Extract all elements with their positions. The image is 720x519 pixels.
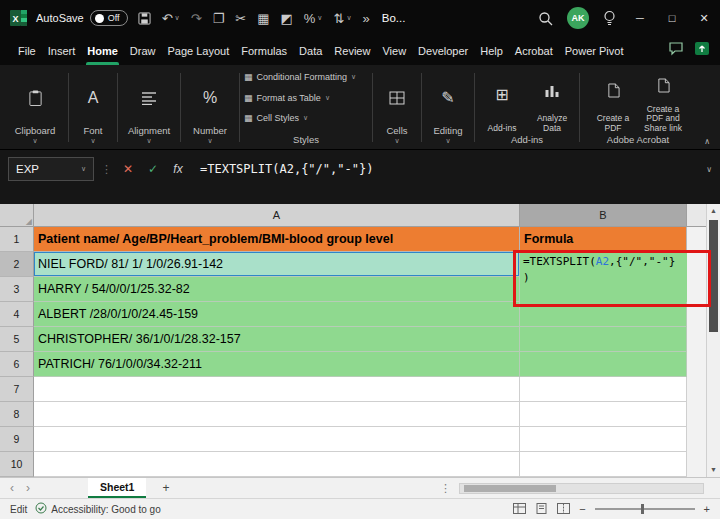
redo-button[interactable]: ↷ xyxy=(191,12,202,25)
cell-b4[interactable] xyxy=(520,302,687,327)
cut-button[interactable]: ✂ xyxy=(235,12,246,25)
cell-a4[interactable]: ALBERT /28/0/1/0/24.45-159 xyxy=(34,302,520,327)
row-header-1[interactable]: 1 xyxy=(0,227,34,252)
undo-caret-icon[interactable]: ∨ xyxy=(175,14,180,22)
cell-a8[interactable] xyxy=(34,402,520,427)
scroll-up-icon[interactable]: ▲ xyxy=(707,204,720,218)
fill-color-button[interactable]: ◩ xyxy=(281,12,293,25)
percent-caret-icon[interactable]: ∨ xyxy=(317,14,322,22)
sheet-tab-sheet1[interactable]: Sheet1 xyxy=(88,478,146,498)
name-box[interactable]: EXP ∨ xyxy=(8,157,94,181)
zoom-in-button[interactable]: + xyxy=(704,503,710,515)
cell-a9[interactable] xyxy=(34,427,520,452)
row-header-9[interactable]: 9 xyxy=(0,427,34,452)
vertical-scroll-thumb[interactable] xyxy=(709,220,718,332)
clipboard-group-button[interactable]: Clipboard ∨ xyxy=(4,68,66,147)
cell-a1[interactable]: Patient name/ Age/BP/Heart_problem/BMI-b… xyxy=(34,227,520,252)
conditional-formatting-button[interactable]: ▦ Conditional Formatting ∨ xyxy=(244,72,368,82)
cell-b6[interactable] xyxy=(520,352,687,377)
tab-formulas[interactable]: Formulas xyxy=(235,36,293,65)
tab-file[interactable]: File xyxy=(12,36,42,65)
create-pdf-share-button[interactable]: Create a PDF and Share link xyxy=(640,70,686,134)
enter-button[interactable]: ✓ xyxy=(144,157,162,181)
cell-a10[interactable] xyxy=(34,452,520,477)
sort-caret-icon[interactable]: ∨ xyxy=(346,14,351,22)
tab-acrobat[interactable]: Acrobat xyxy=(509,36,559,65)
lightbulb-icon[interactable] xyxy=(603,10,616,26)
cell-styles-button[interactable]: ▦ Cell Styles ∨ xyxy=(244,113,368,123)
cell-a2[interactable]: NIEL FORD/ 81/ 1/ 1/0/26.91-142 xyxy=(34,252,520,277)
row-header-2[interactable]: 2 xyxy=(0,252,34,277)
row-header-4[interactable]: 4 xyxy=(0,302,34,327)
undo-button[interactable]: ↶ xyxy=(162,12,173,25)
column-header-b[interactable]: B xyxy=(520,204,687,227)
select-all-button[interactable]: ◢ xyxy=(0,204,34,227)
name-box-caret-icon[interactable]: ∨ xyxy=(81,165,86,173)
maximize-button[interactable]: □ xyxy=(656,0,688,36)
cell-a5[interactable]: CHRISTOPHER/ 36/1/0/1/28.32-157 xyxy=(34,327,520,352)
column-header-a[interactable]: A xyxy=(34,204,520,227)
sort-filter-button[interactable]: ⇅ xyxy=(333,12,344,25)
save-button[interactable] xyxy=(138,12,151,25)
number-group-button[interactable]: % Number ∨ xyxy=(183,68,237,147)
avatar[interactable]: AK xyxy=(567,7,589,29)
collapse-ribbon-button[interactable]: ∧ xyxy=(704,137,710,146)
create-pdf-button[interactable]: Create a PDF xyxy=(590,70,636,134)
row-header-10[interactable]: 10 xyxy=(0,452,34,477)
accessibility-status[interactable]: Accessibility: Good to go xyxy=(35,502,161,516)
quick-access-overflow-button[interactable]: » xyxy=(363,12,370,25)
row-header-5[interactable]: 5 xyxy=(0,327,34,352)
tab-help[interactable]: Help xyxy=(474,36,509,65)
new-sheet-button[interactable]: + xyxy=(162,481,169,495)
next-sheet-icon[interactable]: › xyxy=(26,481,30,495)
tab-home[interactable]: Home xyxy=(81,36,124,65)
tab-draw[interactable]: Draw xyxy=(124,36,162,65)
addins-button[interactable]: ⊞ Add-ins xyxy=(479,70,525,134)
cell-b7[interactable] xyxy=(520,377,687,402)
tab-data[interactable]: Data xyxy=(293,36,328,65)
picture-button[interactable]: ▦ xyxy=(257,12,269,25)
autosave-control[interactable]: AutoSave Off xyxy=(36,10,128,26)
cell-a7[interactable] xyxy=(34,377,520,402)
view-page-layout-icon[interactable] xyxy=(535,503,548,516)
formula-input[interactable]: =TEXTSPLIT(A2,{"/","-"}) xyxy=(194,157,699,181)
cells-group-button[interactable]: Cells ∨ xyxy=(375,68,419,147)
cell-b2-editing-overlay[interactable]: =TEXTSPLIT(A2,{"/","-"} ) xyxy=(520,252,687,302)
close-button[interactable]: ✕ xyxy=(688,0,720,36)
tab-developer[interactable]: Developer xyxy=(412,36,474,65)
expand-formula-bar-icon[interactable]: ∨ xyxy=(706,165,712,174)
share-icon[interactable] xyxy=(694,41,710,60)
minimize-button[interactable]: ─ xyxy=(624,0,656,36)
percent-style-button[interactable]: % xyxy=(304,12,316,25)
zoom-slider[interactable] xyxy=(595,508,695,510)
cell-b9[interactable] xyxy=(520,427,687,452)
cell-b5[interactable] xyxy=(520,327,687,352)
view-page-break-icon[interactable] xyxy=(557,503,570,516)
horizontal-scrollbar[interactable] xyxy=(459,483,704,494)
tab-insert[interactable]: Insert xyxy=(42,36,82,65)
cell-b1[interactable]: Formula xyxy=(520,227,687,252)
search-icon[interactable] xyxy=(538,11,553,26)
row-header-8[interactable]: 8 xyxy=(0,402,34,427)
row-header-3[interactable]: 3 xyxy=(0,277,34,302)
row-header-6[interactable]: 6 xyxy=(0,352,34,377)
comments-icon[interactable] xyxy=(668,41,684,60)
editing-group-button[interactable]: ✎ Editing ∨ xyxy=(424,68,472,147)
scroll-down-icon[interactable]: ▼ xyxy=(707,463,720,477)
zoom-out-button[interactable]: − xyxy=(579,503,585,515)
prev-sheet-icon[interactable]: ‹ xyxy=(10,481,14,495)
cell-a6[interactable]: PATRICH/ 76/1/0/0/34.32-211 xyxy=(34,352,520,377)
font-group-button[interactable]: A Font ∨ xyxy=(71,68,115,147)
alignment-group-button[interactable]: Alignment ∨ xyxy=(120,68,178,147)
format-as-table-button[interactable]: ▦ Format as Table ∨ xyxy=(244,93,368,103)
cell-b8[interactable] xyxy=(520,402,687,427)
autosave-toggle[interactable]: Off xyxy=(90,10,128,26)
analyze-data-button[interactable]: Analyze Data xyxy=(529,70,575,134)
tab-review[interactable]: Review xyxy=(328,36,376,65)
cancel-button[interactable]: ✕ xyxy=(119,157,137,181)
row-header-7[interactable]: 7 xyxy=(0,377,34,402)
view-normal-icon[interactable] xyxy=(513,503,526,516)
cell-a3[interactable]: HARRY / 54/0/0/1/25.32-82 xyxy=(34,277,520,302)
insert-function-button[interactable]: fx xyxy=(169,157,187,181)
cell-b10[interactable] xyxy=(520,452,687,477)
